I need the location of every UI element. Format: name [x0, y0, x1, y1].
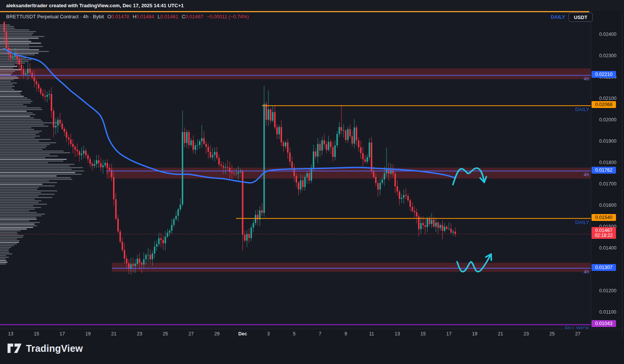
level-tag-4h: 4h — [584, 76, 589, 82]
price-tick: 0.01900 — [591, 139, 624, 144]
time-tick: 19 — [472, 331, 477, 337]
price-axis[interactable]: 0.024000.023000.022000.021000.020000.019… — [591, 12, 624, 329]
level-tag-daily: DAILY — [575, 220, 589, 225]
time-tick: 19 — [86, 331, 91, 337]
time-tick: 17 — [60, 331, 65, 337]
level-price-badge: 0.02068 — [592, 101, 616, 108]
time-tick: 3 — [267, 331, 270, 337]
level-tag-daily: DAILY — [575, 107, 589, 112]
tradingview-logo-icon — [7, 341, 22, 356]
price-tick: 0.02300 — [591, 53, 624, 58]
chart-plot-area[interactable] — [0, 12, 591, 329]
ohlc-value: 0.01478 — [111, 14, 129, 19]
level-price-badge: 0.02210 — [592, 71, 616, 78]
level-price-badge: 0.01043 — [592, 320, 616, 327]
ohlc-key: L — [158, 14, 160, 19]
time-axis[interactable]: 131517192123252729Dec3579111315171921232… — [0, 329, 624, 338]
time-tick: 21 — [498, 331, 503, 337]
time-tick: 9 — [344, 331, 347, 337]
symbol-title[interactable]: BRETTUSDT Perpetual Contract · 4h · Bybi… — [6, 14, 104, 19]
time-tick: 5 — [293, 331, 296, 337]
level-price-badge: 0.01762 — [592, 167, 616, 174]
time-tick: Dec — [238, 331, 247, 337]
attribution-bar: aleksanderltrader created with TradingVi… — [0, 0, 624, 11]
time-tick: 15 — [420, 331, 426, 337]
countdown-timer: 02:18:22 — [592, 233, 616, 238]
price-tick: 0.01100 — [591, 309, 624, 315]
time-tick: 27 — [189, 331, 194, 337]
ohlc-value: 0.01484 — [136, 14, 154, 19]
time-tick: 23 — [524, 331, 529, 337]
price-tick: 0.02400 — [591, 32, 624, 37]
price-tick: 0.01200 — [591, 288, 624, 293]
time-tick: 23 — [137, 331, 142, 337]
time-tick: 27 — [575, 331, 580, 337]
ohlc-readout: O0.01478H0.01484L0.01461C0.01467 — [104, 14, 203, 19]
time-tick: 25 — [163, 331, 168, 337]
price-tick: 0.02100 — [591, 96, 624, 101]
level-price-badge: 0.01307 — [592, 264, 616, 271]
time-tick: 13 — [8, 331, 13, 337]
time-tick: 17 — [446, 331, 452, 337]
daily-timeframe-label: DAILY — [551, 14, 565, 20]
price-tick: 0.01600 — [591, 203, 624, 208]
ohlc-value: 0.01467 — [185, 14, 203, 19]
frame-border — [622, 12, 622, 338]
time-tick: 13 — [395, 331, 400, 337]
price-tick: 0.01400 — [591, 245, 624, 251]
tradingview-logo[interactable]: TradingView — [7, 341, 83, 356]
currency-toggle-button[interactable]: USDT — [569, 13, 593, 22]
price-tick: 0.01700 — [591, 181, 624, 187]
attribution-text: aleksanderltrader created with TradingVi… — [6, 3, 184, 8]
time-tick: 29 — [214, 331, 220, 337]
time-tick: 15 — [34, 331, 39, 337]
time-tick: 11 — [369, 331, 374, 337]
tradingview-logo-text: TradingView — [26, 343, 83, 354]
ohlc-key: C — [182, 14, 185, 19]
ohlc-key: H — [133, 14, 136, 19]
price-tick: 0.02000 — [591, 117, 624, 122]
level-price-badge: 0.01540 — [592, 214, 616, 221]
symbol-header: BRETTUSDT Perpetual Contract · 4h · Bybi… — [6, 14, 249, 19]
change-readout: −0.00011 (−0.74%) — [207, 14, 249, 19]
level-tag-4h: 4h — [584, 269, 589, 275]
price-tick: 0.01800 — [591, 160, 624, 165]
level-tag-4h: 4h — [584, 172, 589, 177]
tradingview-snapshot: aleksanderltrader created with TradingVi… — [0, 0, 624, 364]
ohlc-key: O — [107, 14, 111, 19]
price-chart-canvas[interactable] — [0, 12, 591, 329]
ohlc-value: 0.01461 — [160, 14, 178, 19]
time-tick: 25 — [550, 331, 555, 337]
last-price-badge: 0.0146702:18:22 — [592, 227, 616, 239]
time-tick: 21 — [111, 331, 116, 337]
time-tick: 7 — [319, 331, 322, 337]
